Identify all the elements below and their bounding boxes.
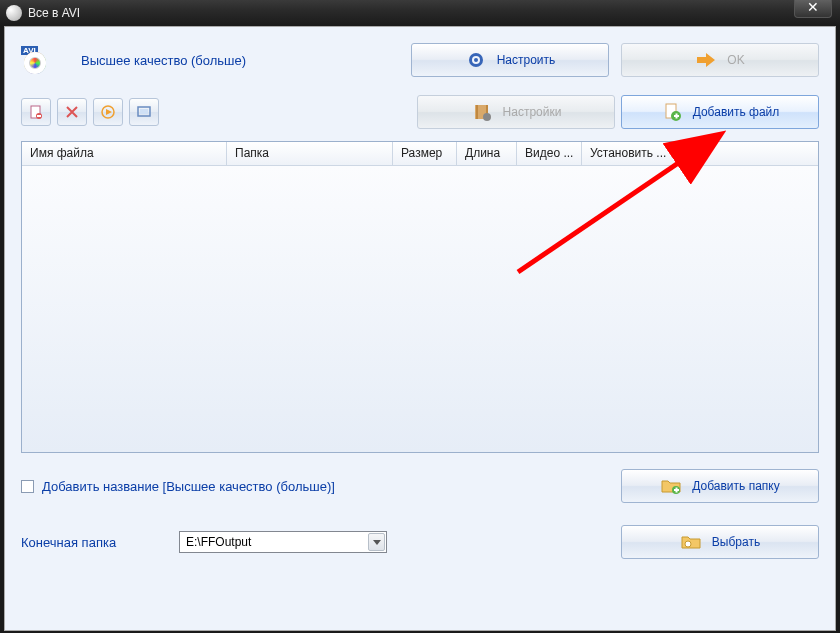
col-video[interactable]: Видео ... [517, 142, 582, 165]
svg-rect-8 [140, 109, 148, 114]
col-size[interactable]: Размер [393, 142, 457, 165]
svg-rect-10 [476, 105, 478, 119]
output-path-value: E:\FFOutput [186, 535, 251, 549]
output-folder-label: Конечная папка [21, 535, 161, 550]
film-icon [471, 101, 493, 123]
combo-arrow[interactable] [368, 533, 385, 551]
settings-button[interactable]: Настройки [417, 95, 615, 129]
svg-rect-19 [676, 488, 678, 493]
add-folder-label: Добавить папку [692, 479, 779, 493]
chevron-down-icon [373, 540, 381, 545]
x-icon [66, 106, 78, 118]
add-title-checkbox[interactable] [21, 480, 34, 493]
remove-button[interactable] [21, 98, 51, 126]
format-avi-icon: AVI [21, 46, 49, 74]
browse-button[interactable]: Выбрать [621, 525, 819, 559]
arrow-right-icon [695, 49, 717, 71]
row-add-title: Добавить название [Высшее качество (боль… [21, 469, 819, 503]
list-header: Имя файла Папка Размер Длина Видео ... У… [22, 142, 818, 166]
screen-icon [137, 106, 151, 118]
play-button[interactable] [93, 98, 123, 126]
col-length[interactable]: Длина [457, 142, 517, 165]
col-filename[interactable]: Имя файла [22, 142, 227, 165]
svg-point-12 [483, 113, 491, 121]
list-body[interactable] [22, 166, 818, 452]
title-bar: Все в AVI ✕ [0, 0, 840, 26]
settings-label: Настройки [503, 105, 562, 119]
folder-plus-icon [660, 475, 682, 497]
svg-point-2 [474, 58, 478, 62]
delete-button[interactable] [57, 98, 87, 126]
ok-label: OK [727, 53, 744, 67]
play-icon [101, 105, 115, 119]
add-file-button[interactable]: Добавить файл [621, 95, 819, 129]
doc-plus-icon [661, 101, 683, 123]
browse-label: Выбрать [712, 535, 760, 549]
add-file-label: Добавить файл [693, 105, 780, 119]
gear-icon [465, 49, 487, 71]
row-output: Конечная папка E:\FFOutput Выбрать [21, 525, 819, 559]
configure-label: Настроить [497, 53, 556, 67]
svg-point-20 [685, 541, 691, 547]
add-folder-button[interactable]: Добавить папку [621, 469, 819, 503]
quality-label: Высшее качество (больше) [61, 53, 399, 68]
close-button[interactable]: ✕ [794, 0, 832, 18]
svg-rect-5 [37, 115, 41, 117]
col-folder[interactable]: Папка [227, 142, 393, 165]
col-set[interactable]: Установить ... [582, 142, 818, 165]
file-list: Имя файла Папка Размер Длина Видео ... У… [21, 141, 819, 453]
svg-rect-16 [675, 114, 677, 119]
doc-minus-icon [29, 105, 43, 119]
app-icon [6, 5, 22, 21]
info-button[interactable] [129, 98, 159, 126]
folder-open-icon [680, 531, 702, 553]
window-title: Все в AVI [28, 6, 80, 20]
add-title-label: Добавить название [Высшее качество (боль… [42, 479, 613, 494]
top-row: AVI Высшее качество (больше) Настроить O… [5, 27, 835, 87]
toolbar-row: Настройки Добавить файл [5, 87, 835, 137]
output-path-combo[interactable]: E:\FFOutput [179, 531, 387, 553]
ok-button[interactable]: OK [621, 43, 819, 77]
bottom-panel: Добавить название [Высшее качество (боль… [5, 453, 835, 575]
main-panel: AVI Высшее качество (больше) Настроить O… [4, 26, 836, 631]
configure-button[interactable]: Настроить [411, 43, 609, 77]
